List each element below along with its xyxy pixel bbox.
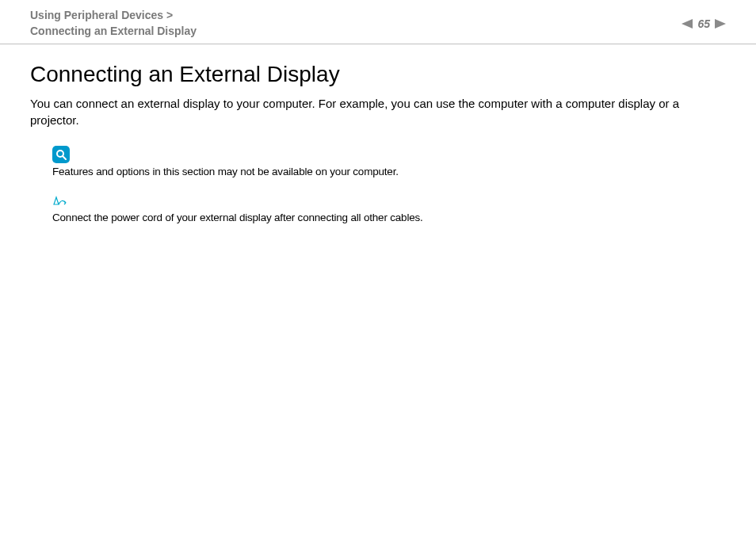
breadcrumb-separator: > — [166, 9, 173, 21]
page-nav: 65 — [682, 17, 726, 30]
tip-note-block: Connect the power cord of your external … — [30, 195, 726, 225]
page-content: Connecting an External Display You can c… — [0, 44, 756, 224]
intro-paragraph: You can connect an external display to y… — [30, 95, 726, 128]
page-number: 65 — [697, 17, 710, 30]
next-page-arrow-icon[interactable] — [715, 19, 726, 29]
breadcrumb-current: Connecting an External Display — [30, 25, 197, 37]
search-icon — [52, 146, 70, 163]
info-note-block: Features and options in this section may… — [30, 146, 726, 179]
svg-line-3 — [63, 156, 66, 159]
pencil-icon — [52, 195, 70, 206]
page-title: Connecting an External Display — [30, 62, 726, 87]
breadcrumb: Using Peripheral Devices > Connecting an… — [30, 8, 197, 39]
page-header: Using Peripheral Devices > Connecting an… — [0, 0, 756, 44]
info-note-text: Features and options in this section may… — [52, 165, 726, 179]
breadcrumb-parent[interactable]: Using Peripheral Devices — [30, 9, 163, 21]
svg-marker-1 — [715, 19, 726, 29]
prev-page-arrow-icon[interactable] — [682, 19, 693, 29]
svg-marker-0 — [682, 19, 693, 29]
tip-note-text: Connect the power cord of your external … — [52, 211, 726, 225]
